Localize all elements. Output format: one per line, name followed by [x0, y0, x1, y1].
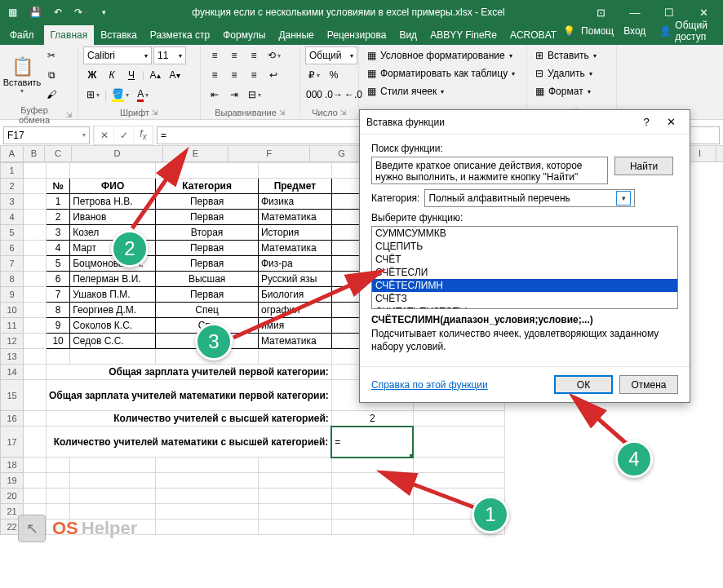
insert-cells-button[interactable]: ⊞Вставить▾	[532, 46, 611, 64]
cell[interactable]: 10	[47, 334, 70, 349]
cell[interactable]	[258, 504, 331, 519]
tab-home[interactable]: Главная	[44, 25, 95, 45]
cell[interactable]: Иванов	[70, 210, 156, 225]
cell[interactable]	[70, 458, 156, 473]
row-header[interactable]: 8	[1, 272, 24, 287]
cell[interactable]	[24, 427, 47, 458]
function-list[interactable]: СУММСУММКВСЦЕПИТЬСЧЁТСЧЁТЕСЛИСЧЁТЕСЛИМНС…	[371, 226, 678, 309]
redo-icon[interactable]: ↷	[72, 3, 90, 21]
qat-customize-icon[interactable]: ▾	[95, 3, 113, 21]
cell[interactable]	[331, 489, 413, 504]
cell[interactable]: 6	[47, 272, 70, 287]
cell[interactable]: ФИО	[70, 179, 156, 194]
row-header[interactable]: 15	[1, 380, 24, 411]
insert-function-button[interactable]: fx	[133, 126, 153, 144]
shrink-font-button[interactable]: A▾	[166, 66, 184, 84]
cell[interactable]	[24, 380, 47, 411]
cell[interactable]: Первая	[156, 210, 259, 225]
italic-button[interactable]: К	[103, 66, 121, 84]
cell[interactable]: Общая зарплата учителей первой категории…	[47, 365, 332, 380]
cell[interactable]	[24, 365, 47, 380]
cell[interactable]: История	[258, 225, 331, 241]
cell[interactable]	[24, 272, 47, 287]
share-button[interactable]: 👤 Общий доступ	[653, 17, 720, 45]
font-size-combo[interactable]: 11▾	[153, 46, 186, 64]
cell[interactable]	[47, 489, 70, 504]
dialog-close-button[interactable]: ✕	[659, 112, 683, 133]
find-button[interactable]: Найти	[614, 157, 673, 175]
function-item[interactable]: СЧЁТЕСЛИМН	[372, 279, 677, 292]
cell[interactable]: 8	[47, 303, 70, 318]
align-top-button[interactable]: ≡	[206, 46, 224, 64]
row-header[interactable]: 2	[1, 179, 24, 194]
bold-button[interactable]: Ж	[83, 66, 101, 84]
cell[interactable]	[24, 458, 47, 473]
wrap-text-button[interactable]: ↩	[264, 66, 282, 84]
currency-button[interactable]: ₽	[305, 66, 323, 84]
column-header[interactable]: D	[72, 146, 163, 161]
row-header[interactable]: 19	[1, 473, 24, 489]
cell[interactable]	[24, 334, 47, 349]
cell[interactable]	[24, 287, 47, 303]
cell[interactable]: имия	[258, 318, 331, 334]
border-button[interactable]: ⊞	[83, 86, 103, 104]
row-header[interactable]: 20	[1, 489, 24, 504]
cell[interactable]	[47, 349, 70, 365]
cell[interactable]: Высшая	[156, 272, 259, 287]
comma-button[interactable]: 000	[305, 86, 323, 104]
cell[interactable]: Первая	[156, 256, 259, 272]
cell[interactable]	[258, 349, 331, 365]
alignment-expand-icon[interactable]: ⇲	[279, 108, 286, 117]
cell[interactable]	[413, 473, 504, 489]
orientation-button[interactable]: ⟲	[264, 46, 284, 64]
tab-abbyy[interactable]: ABBYY FineRe	[424, 25, 503, 45]
enter-formula-button[interactable]: ✓	[113, 126, 133, 144]
increase-indent-button[interactable]: ⇥	[225, 86, 243, 104]
format-painter-button[interactable]: 🖌	[42, 86, 60, 104]
cell[interactable]: 7	[47, 287, 70, 303]
align-right-button[interactable]: ≡	[245, 66, 263, 84]
row-header[interactable]: 10	[1, 303, 24, 318]
cell[interactable]	[47, 458, 70, 473]
cell[interactable]: Пелерман В.И.	[70, 272, 156, 287]
align-bottom-button[interactable]: ≡	[245, 46, 263, 64]
row-header[interactable]: 17	[1, 427, 24, 458]
paste-button[interactable]: 📋 Вставить ▾	[5, 46, 39, 104]
row-header[interactable]: 9	[1, 287, 24, 303]
tab-formulas[interactable]: Формулы	[216, 25, 272, 45]
cell[interactable]	[156, 489, 259, 504]
cell[interactable]: Категория	[156, 179, 259, 194]
cell[interactable]: Общая зарплата учителей математики перво…	[47, 380, 332, 411]
cell[interactable]	[156, 163, 259, 179]
cell[interactable]: 9	[47, 318, 70, 334]
cell[interactable]: Соколов К.С.	[70, 318, 156, 334]
cancel-formula-button[interactable]: ✕	[94, 126, 113, 144]
tab-acrobat[interactable]: ACROBAT	[503, 25, 563, 45]
column-header[interactable]: E	[163, 146, 228, 161]
row-header[interactable]: 12	[1, 334, 24, 349]
tab-layout[interactable]: Разметка стр	[144, 25, 216, 45]
cell[interactable]	[24, 318, 47, 334]
cell[interactable]: Физ-ра	[258, 256, 331, 272]
cell[interactable]	[24, 225, 47, 241]
column-header[interactable]: B	[24, 146, 45, 161]
function-item[interactable]: СУММСУММКВ	[372, 227, 677, 240]
category-select[interactable]: Полный алфавитный перечень ▾	[424, 189, 635, 207]
sign-in[interactable]: Вход	[619, 21, 650, 41]
cell[interactable]	[24, 489, 47, 504]
cell[interactable]: 2	[331, 411, 413, 427]
cell[interactable]	[156, 473, 259, 489]
function-item[interactable]: СЧЁТЗ	[372, 292, 677, 305]
cell[interactable]	[70, 349, 156, 365]
save-icon[interactable]: 💾	[26, 3, 44, 21]
row-header[interactable]: 18	[1, 458, 24, 473]
cell[interactable]	[47, 163, 70, 179]
font-expand-icon[interactable]: ⇲	[152, 108, 158, 117]
cell[interactable]	[156, 519, 259, 535]
cell[interactable]: Количество учителей с высшей категорией:	[47, 411, 332, 427]
row-header[interactable]: 6	[1, 241, 24, 256]
cell[interactable]: 2	[47, 210, 70, 225]
cell[interactable]	[331, 458, 413, 473]
cell[interactable]	[24, 256, 47, 272]
row-header[interactable]: 16	[1, 411, 24, 427]
